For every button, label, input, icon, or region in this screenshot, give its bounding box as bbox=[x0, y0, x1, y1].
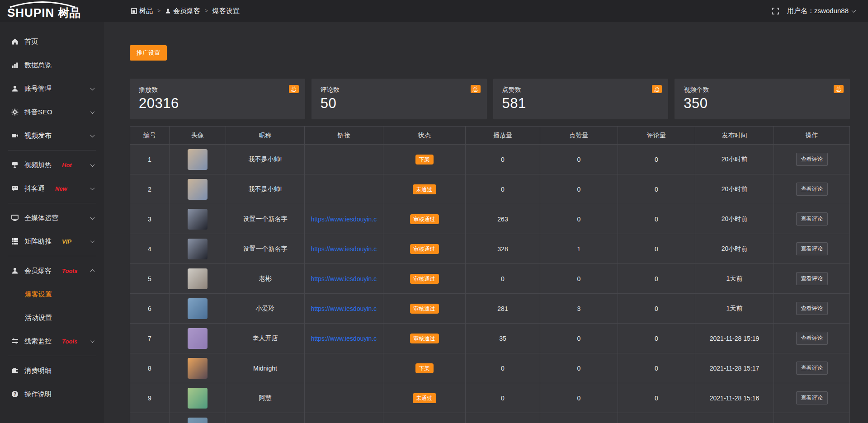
table-row: 8Midnight下架0002021-11-28 15:17查看评论 bbox=[130, 353, 849, 383]
cell-comments: 0 bbox=[618, 294, 695, 323]
cell-avatar bbox=[170, 234, 226, 263]
user-icon bbox=[11, 85, 19, 92]
sidebar: 首页数据总览账号管理抖音SEO视频发布视频加热Hot抖客通New全媒体运营矩阵助… bbox=[0, 22, 104, 423]
cell-publish-time: 20小时前 bbox=[695, 204, 774, 234]
cell-nickname: 我不是小帅! bbox=[226, 174, 305, 204]
sidebar-item-首页[interactable]: 首页 bbox=[0, 30, 104, 53]
sidebar-item-会员爆客[interactable]: 会员爆客Tools bbox=[0, 259, 104, 282]
cell-avatar bbox=[170, 413, 226, 423]
column-header-播放量: 播放量 bbox=[466, 127, 540, 144]
cell-nickname: 我不是小帅! bbox=[226, 145, 305, 174]
total-badge: 总 bbox=[289, 85, 299, 93]
sidebar-item-抖客通[interactable]: 抖客通New bbox=[0, 177, 104, 200]
view-comments-button[interactable]: 查看评论 bbox=[796, 272, 828, 285]
sidebar-item-视频发布[interactable]: 视频发布 bbox=[0, 124, 104, 147]
sidebar-item-tag: New bbox=[55, 185, 67, 192]
breadcrumb-label: 会员爆客 bbox=[173, 7, 200, 15]
view-comments-button[interactable]: 查看评论 bbox=[796, 242, 828, 255]
view-comments-button[interactable]: 查看评论 bbox=[796, 391, 828, 404]
screen-icon bbox=[11, 161, 19, 169]
promotion-settings-button[interactable]: 推广设置 bbox=[130, 45, 167, 61]
chevron-down-icon bbox=[90, 86, 95, 90]
cell-status: 下架 bbox=[383, 145, 466, 174]
cell-number: 8 bbox=[130, 353, 170, 383]
stat-card-value: 581 bbox=[502, 95, 660, 112]
cell-comments: 0 bbox=[618, 145, 695, 174]
video-camera-icon bbox=[11, 132, 19, 139]
cell-link bbox=[305, 413, 383, 423]
view-comments-button[interactable]: 查看评论 bbox=[796, 362, 828, 375]
cell-number: 7 bbox=[130, 324, 170, 353]
sidebar-item-全媒体运营[interactable]: 全媒体运营 bbox=[0, 206, 104, 230]
cell-avatar bbox=[170, 264, 226, 293]
profile-link[interactable]: https://www.iesdouyin.c bbox=[311, 216, 377, 223]
cell-action: 查看评论 bbox=[774, 324, 849, 353]
cell-likes: 0 bbox=[540, 145, 618, 174]
cell-link: https://www.iesdouyin.c bbox=[305, 234, 383, 263]
cell-comments: 0 bbox=[618, 353, 695, 383]
svg-text:?: ? bbox=[13, 392, 16, 397]
stat-cards: 播放数20316总评论数50总点赞数581总视频个数350总 bbox=[130, 79, 850, 119]
sidebar-item-操作说明[interactable]: ?操作说明 bbox=[0, 382, 104, 406]
profile-link[interactable]: https://www.iesdouyin.c bbox=[311, 335, 377, 342]
sidebar-item-视频加热[interactable]: 视频加热Hot bbox=[0, 153, 104, 177]
cell-comments: 0 bbox=[618, 383, 695, 413]
sidebar-item-tag: VIP bbox=[62, 238, 71, 245]
sidebar-item-label: 账号管理 bbox=[24, 85, 52, 93]
sidebar-item-label: 消费明细 bbox=[24, 367, 52, 375]
stat-card-点赞数: 点赞数581总 bbox=[493, 79, 669, 119]
cell-comments bbox=[618, 413, 695, 423]
logo-arc-icon bbox=[8, 1, 77, 8]
sidebar-item-账号管理[interactable]: 账号管理 bbox=[0, 77, 104, 100]
table-row: 3设置一个新名字https://www.iesdouyin.c审核通过26300… bbox=[130, 204, 849, 234]
cell-nickname: 设置一个新名字 bbox=[226, 204, 305, 234]
cell-avatar bbox=[170, 204, 226, 234]
column-header-链接: 链接 bbox=[305, 127, 383, 144]
cell-avatar bbox=[170, 294, 226, 323]
avatar bbox=[188, 388, 208, 409]
sidebar-item-消费明细[interactable]: 消费明细 bbox=[0, 359, 104, 382]
sidebar-subitem-爆客设置[interactable]: 爆客设置 bbox=[0, 282, 104, 306]
breadcrumb-label: 爆客设置 bbox=[212, 7, 240, 15]
stat-card-value: 20316 bbox=[139, 95, 297, 112]
column-header-编号: 编号 bbox=[130, 127, 170, 144]
user-menu[interactable]: 用户名：zswodun88 bbox=[787, 7, 855, 15]
cell-nickname: Midnight bbox=[226, 353, 305, 383]
breadcrumb-current: 爆客设置 bbox=[212, 7, 240, 15]
view-comments-button[interactable]: 查看评论 bbox=[796, 212, 828, 226]
profile-link[interactable]: https://www.iesdouyin.c bbox=[311, 275, 377, 282]
sidebar-divider bbox=[8, 256, 96, 256]
table-row: 9阿慧未通过0002021-11-28 15:16查看评论 bbox=[130, 383, 849, 413]
cell-likes: 0 bbox=[540, 174, 618, 204]
cell-status: 下架 bbox=[383, 353, 466, 383]
cell-publish-time: 20小时前 bbox=[695, 234, 774, 263]
sidebar-item-线索监控[interactable]: 线索监控Tools bbox=[0, 329, 104, 353]
table-row: 5老彬https://www.iesdouyin.c审核通过0001天前查看评论 bbox=[130, 264, 849, 294]
cell-plays bbox=[466, 413, 540, 423]
sidebar-item-tag: Tools bbox=[62, 338, 77, 345]
avatar bbox=[188, 418, 208, 423]
table-header-row: 编号头像昵称链接状态播放量点赞量评论量发布时间操作 bbox=[130, 127, 849, 145]
wallet-icon bbox=[11, 367, 19, 374]
view-comments-button[interactable]: 查看评论 bbox=[796, 153, 828, 166]
sidebar-subitem-活动设置[interactable]: 活动设置 bbox=[0, 306, 104, 329]
cell-publish-time: 2021-11-28 15:17 bbox=[695, 353, 774, 383]
view-comments-button[interactable]: 查看评论 bbox=[796, 302, 828, 315]
view-comments-button[interactable]: 查看评论 bbox=[796, 332, 828, 345]
breadcrumb-home[interactable]: 树品 bbox=[131, 7, 153, 15]
cell-number: 5 bbox=[130, 264, 170, 293]
fullscreen-icon[interactable] bbox=[772, 8, 779, 14]
sidebar-item-矩阵助推[interactable]: 矩阵助推VIP bbox=[0, 230, 104, 253]
sidebar-item-抖音SEO[interactable]: 抖音SEO bbox=[0, 100, 104, 124]
cell-avatar bbox=[170, 174, 226, 204]
sidebar-item-label: 抖音SEO bbox=[24, 108, 52, 117]
sidebar-item-label: 视频加热 bbox=[24, 161, 52, 169]
profile-link[interactable]: https://www.iesdouyin.c bbox=[311, 245, 377, 253]
view-comments-button[interactable]: 查看评论 bbox=[796, 183, 828, 196]
cell-link bbox=[305, 145, 383, 174]
breadcrumb-member[interactable]: 会员爆客 bbox=[165, 7, 200, 15]
profile-link[interactable]: https://www.iesdouyin.c bbox=[311, 305, 377, 312]
cell-likes: 0 bbox=[540, 383, 618, 413]
table-row: 7老人开店https://www.iesdouyin.c审核通过35002021… bbox=[130, 324, 849, 353]
sidebar-item-数据总览[interactable]: 数据总览 bbox=[0, 53, 104, 77]
